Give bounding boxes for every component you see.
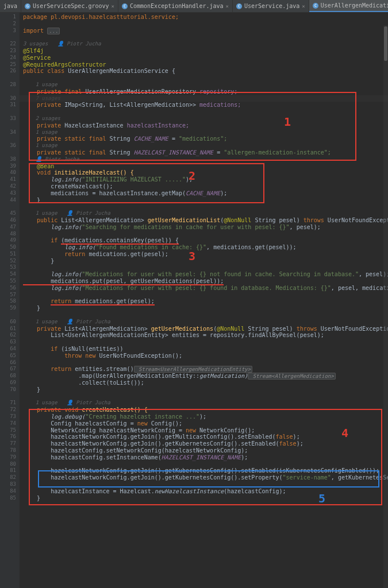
line-number[interactable]: 73 — [0, 413, 20, 420]
line-number[interactable]: 67 — [0, 366, 20, 373]
line-number[interactable]: 2 — [0, 21, 20, 28]
fold-placeholder[interactable]: ... — [47, 28, 60, 34]
line-number[interactable]: 62 — [0, 332, 20, 339]
close-icon[interactable]: × — [226, 3, 229, 9]
line-number[interactable]: 82 — [0, 474, 20, 481]
line-number[interactable] — [0, 109, 20, 115]
line-number[interactable]: 83 — [0, 481, 20, 488]
line-number[interactable]: 34 — [0, 129, 20, 136]
line-number[interactable]: 68 — [0, 373, 20, 380]
line-number[interactable] — [0, 75, 20, 82]
line-number[interactable] — [0, 136, 20, 142]
line-number[interactable] — [0, 203, 20, 210]
tab-commonexception[interactable]: C CommonExceptionHandler.java× — [118, 0, 233, 12]
line-number[interactable]: 80 — [0, 461, 20, 468]
author-hint[interactable]: Piotr Jucha — [45, 156, 79, 162]
line-number[interactable]: 51 — [0, 251, 20, 258]
line-number[interactable]: 66 — [0, 359, 20, 366]
line-number[interactable]: 48 — [0, 231, 20, 238]
usage-hint[interactable]: 1 usage — [36, 210, 67, 216]
tab-userservicespec[interactable]: G UserServiceSpec.groovy× — [21, 0, 118, 12]
tab-userallergenmedication[interactable]: C UserAllergenMedicationService.java× — [309, 0, 388, 12]
line-number[interactable]: 60 — [0, 319, 20, 326]
line-number[interactable]: 54 — [0, 271, 20, 278]
line-number[interactable]: 44 — [0, 197, 20, 204]
line-number[interactable]: 38 — [0, 156, 20, 163]
line-number[interactable]: 76 — [0, 434, 20, 440]
line-number[interactable]: 41 — [0, 176, 20, 183]
line-number[interactable]: 26 — [0, 68, 20, 75]
line-number[interactable]: 25 — [0, 61, 20, 68]
line-number[interactable]: 22 — [0, 41, 20, 48]
usage-hint[interactable]: 1 usage — [36, 142, 57, 148]
code-text: if — [23, 237, 61, 243]
line-gutter[interactable]: 1232223242526283031333436383940414243444… — [0, 13, 20, 588]
line-number[interactable]: 3 — [0, 28, 20, 34]
line-number[interactable]: 70 — [0, 386, 20, 393]
line-number[interactable] — [0, 88, 20, 95]
usage-hint[interactable]: 1 usage — [36, 82, 57, 87]
line-number[interactable]: 23 — [0, 48, 20, 55]
line-number[interactable]: 64 — [0, 346, 20, 353]
close-icon[interactable]: × — [302, 3, 305, 9]
line-number[interactable]: 42 — [0, 183, 20, 190]
line-number[interactable]: 63 — [0, 339, 20, 346]
line-number[interactable]: 77 — [0, 440, 20, 447]
line-number[interactable] — [0, 393, 20, 400]
line-number[interactable]: 31 — [0, 102, 20, 109]
line-number[interactable]: 28 — [0, 82, 20, 88]
line-number[interactable]: 69 — [0, 380, 20, 386]
line-number[interactable]: 46 — [0, 217, 20, 224]
line-number[interactable]: 71 — [0, 400, 20, 407]
line-number[interactable] — [0, 149, 20, 156]
author-hint[interactable]: Piotr Jucha — [76, 210, 110, 216]
line-number[interactable]: 59 — [0, 305, 20, 312]
tab-java[interactable]: java — [0, 0, 21, 12]
author-hint[interactable]: Piotr Jucha — [76, 400, 110, 405]
line-number[interactable]: 53 — [0, 264, 20, 271]
line-number[interactable]: 47 — [0, 224, 20, 231]
tab-userservice[interactable]: C UserService.java× — [233, 0, 309, 12]
line-number[interactable]: 1 — [0, 14, 20, 21]
line-number[interactable]: 74 — [0, 420, 20, 427]
line-number[interactable]: 84 — [0, 488, 20, 495]
line-number[interactable]: 50 — [0, 244, 20, 251]
line-number[interactable] — [0, 312, 20, 319]
usage-hint[interactable]: 1 usage — [36, 400, 67, 405]
line-number[interactable]: 36 — [0, 142, 20, 149]
line-number[interactable] — [0, 34, 20, 41]
code-text: private — [23, 102, 64, 108]
author-hint[interactable]: Piotr Jucha — [76, 319, 110, 324]
line-number[interactable]: 49 — [0, 237, 20, 244]
vertical-scrollbar[interactable] — [383, 25, 388, 588]
usage-hint[interactable]: 2 usages — [36, 115, 60, 121]
line-number[interactable]: 30 — [0, 95, 20, 102]
line-number[interactable]: 56 — [0, 285, 20, 292]
line-number[interactable]: 52 — [0, 258, 20, 265]
close-icon[interactable]: × — [112, 3, 114, 9]
line-number[interactable]: 43 — [0, 190, 20, 197]
line-number[interactable]: 65 — [0, 353, 20, 359]
line-number[interactable]: 45 — [0, 210, 20, 217]
line-number[interactable]: 78 — [0, 447, 20, 454]
line-number[interactable]: 79 — [0, 454, 20, 461]
line-number[interactable]: 81 — [0, 467, 20, 474]
line-number[interactable]: 39 — [0, 163, 20, 170]
usage-hint[interactable]: 3 usages — [23, 41, 57, 47]
line-number[interactable]: 85 — [0, 495, 20, 502]
code-area[interactable]: package pl.devopsi.hazelcasttutorial.ser… — [20, 13, 388, 588]
line-number[interactable]: 33 — [0, 115, 20, 122]
line-number[interactable]: 40 — [0, 169, 20, 176]
line-number[interactable]: 72 — [0, 407, 20, 413]
line-number[interactable]: 61 — [0, 326, 20, 332]
author-hint[interactable]: Piotr Jucha — [67, 41, 101, 47]
usage-hint[interactable]: 1 usage — [36, 319, 67, 324]
line-number[interactable]: 55 — [0, 278, 20, 285]
usage-hint[interactable]: 1 usage — [36, 129, 57, 135]
line-number[interactable]: 57 — [0, 292, 20, 299]
line-number[interactable]: 58 — [0, 298, 20, 305]
line-number[interactable] — [0, 122, 20, 129]
scrollbar-thumb[interactable] — [384, 26, 387, 61]
line-number[interactable]: 75 — [0, 427, 20, 434]
line-number[interactable]: 24 — [0, 55, 20, 61]
